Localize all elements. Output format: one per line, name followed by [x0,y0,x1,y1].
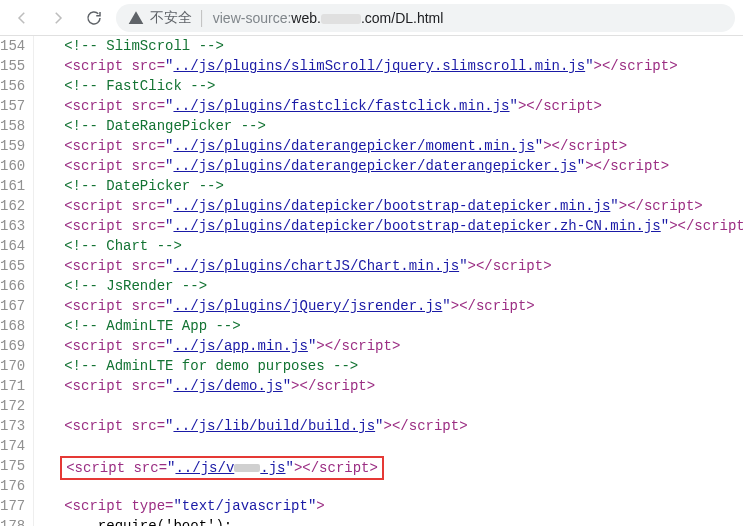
code-line: <script src="../js/plugins/fastclick/fas… [40,96,743,116]
line-number: 174 [0,436,25,456]
src-link[interactable]: ../js/plugins/daterangepicker/daterangep… [173,158,576,174]
arrow-right-icon [49,9,67,27]
line-number: 165 [0,256,25,276]
line-number: 175 [0,456,25,476]
code-line: <script src="../js/v.js"></script> [40,456,743,476]
line-number: 157 [0,96,25,116]
line-number: 160 [0,156,25,176]
src-link[interactable]: ../js/plugins/jQuery/jsrender.js [173,298,442,314]
line-number: 168 [0,316,25,336]
security-label: 不安全 [150,9,192,27]
src-link[interactable]: ../js/plugins/datepicker/bootstrap-datep… [173,218,660,234]
browser-toolbar: 不安全 │ view-source:web..com/DL.html [0,0,743,36]
code-line: <!-- DateRangePicker --> [40,116,743,136]
line-number: 170 [0,356,25,376]
line-number: 166 [0,276,25,296]
src-link[interactable]: ../js/demo.js [173,378,282,394]
line-number: 161 [0,176,25,196]
reload-button[interactable] [80,4,108,32]
src-link[interactable]: ../js/app.min.js [173,338,307,354]
back-button[interactable] [8,4,36,32]
src-link[interactable]: ../js/lib/build/build.js [173,418,375,434]
line-number: 177 [0,496,25,516]
src-link[interactable]: ../js/v.js [175,460,285,476]
code-line: <script src="../js/demo.js"></script> [40,376,743,396]
code-line: <script src="../js/lib/build/build.js"><… [40,416,743,436]
code-line: <script src="../js/plugins/daterangepick… [40,156,743,176]
code-line: <script src="../js/plugins/datepicker/bo… [40,216,743,236]
address-separator: │ [198,10,207,26]
code-line: <script src="../js/plugins/daterangepick… [40,136,743,156]
reload-icon [85,9,103,27]
arrow-left-icon [13,9,31,27]
code-line [40,436,743,456]
line-number: 155 [0,56,25,76]
line-number: 178 [0,516,25,526]
line-number: 172 [0,396,25,416]
forward-button[interactable] [44,4,72,32]
line-number: 171 [0,376,25,396]
line-number: 173 [0,416,25,436]
code-line: <!-- SlimScroll --> [40,36,743,56]
code-line: <!-- AdminLTE for demo purposes --> [40,356,743,376]
line-number: 167 [0,296,25,316]
line-number: 154 [0,36,25,56]
code-line: <script src="../js/plugins/slimScroll/jq… [40,56,743,76]
source-code[interactable]: <!-- SlimScroll --><script src="../js/pl… [34,36,743,526]
src-link[interactable]: ../js/plugins/fastclick/fastclick.min.js [173,98,509,114]
src-link[interactable]: ../js/plugins/datepicker/bootstrap-datep… [173,198,610,214]
line-number: 158 [0,116,25,136]
line-number: 159 [0,136,25,156]
code-line: <script src="../js/plugins/chartJS/Chart… [40,256,743,276]
code-line [40,396,743,416]
highlighted-line: <script src="../js/v.js"></script> [60,456,384,480]
src-link[interactable]: ../js/plugins/chartJS/Chart.min.js [173,258,459,274]
code-line: <!-- Chart --> [40,236,743,256]
code-line: <script src="../js/app.min.js"></script> [40,336,743,356]
code-line: <!-- FastClick --> [40,76,743,96]
line-number: 169 [0,336,25,356]
redacted-filename [234,464,260,472]
code-line: <script src="../js/plugins/datepicker/bo… [40,196,743,216]
line-number: 156 [0,76,25,96]
source-view: 1541551561571581591601611621631641651661… [0,36,743,526]
code-line: <script type="text/javascript"> [40,496,743,516]
code-line: <!-- AdminLTE App --> [40,316,743,336]
code-line: require('boot'); [40,516,743,526]
line-number: 176 [0,476,25,496]
code-line: <!-- JsRender --> [40,276,743,296]
src-link[interactable]: ../js/plugins/daterangepicker/moment.min… [173,138,534,154]
code-line: <script src="../js/plugins/jQuery/jsrend… [40,296,743,316]
address-url: view-source:web..com/DL.html [213,10,444,26]
line-number: 162 [0,196,25,216]
line-number-gutter: 1541551561571581591601611621631641651661… [0,36,34,526]
line-number: 163 [0,216,25,236]
redacted-host [321,14,361,24]
line-number: 164 [0,236,25,256]
code-line: <!-- DatePicker --> [40,176,743,196]
src-link[interactable]: ../js/plugins/slimScroll/jquery.slimscro… [173,58,585,74]
warning-icon [128,10,144,26]
address-bar[interactable]: 不安全 │ view-source:web..com/DL.html [116,4,735,32]
